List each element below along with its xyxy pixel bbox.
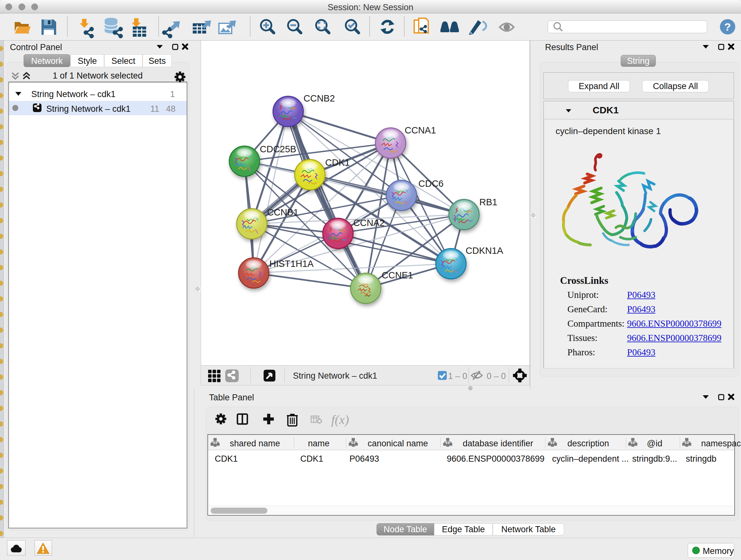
svg-text:f(x): f(x) [331, 413, 349, 427]
